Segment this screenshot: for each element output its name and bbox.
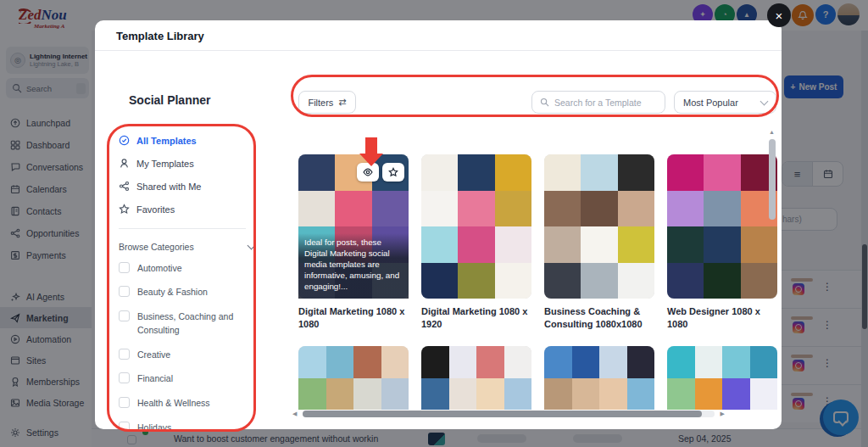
- category-label: Automotive: [137, 262, 237, 276]
- category-label: Holidays: [137, 422, 237, 429]
- category-automotive[interactable]: Automotive: [119, 256, 263, 281]
- divider: [119, 228, 246, 229]
- category-health-wellness[interactable]: Health & Wellness: [119, 392, 263, 416]
- sort-value: Most Popular: [683, 98, 738, 108]
- template-title: Digital Marketing 1080 x 1920: [421, 305, 531, 331]
- person-icon: [119, 158, 130, 169]
- sort-dropdown[interactable]: Most Popular: [674, 91, 776, 114]
- filter-label: My Templates: [136, 159, 194, 169]
- category-beauty-fashion[interactable]: Beauty & Fashion: [119, 281, 263, 305]
- template-preview-collage[interactable]: [667, 154, 777, 299]
- template-card-business-coaching[interactable]: Business Coaching & Consulting 1080x1080: [544, 154, 654, 331]
- template-card[interactable]: [667, 346, 777, 410]
- close-icon: ×: [776, 8, 783, 23]
- filter-label: Favorites: [136, 204, 175, 215]
- template-search-input[interactable]: [554, 98, 657, 108]
- template-library-modal: Template Library Social Planner All Temp…: [95, 20, 782, 429]
- template-search[interactable]: [531, 91, 665, 114]
- chevron-down-icon: [248, 242, 256, 250]
- modal-header: Template Library: [95, 20, 782, 51]
- template-title: Business Coaching & Consulting 1080x1080: [544, 305, 654, 331]
- template-hover-overlay: Ideal for posts, these Digital Marketing…: [298, 233, 409, 299]
- browse-categories-header[interactable]: Browse Categories: [119, 237, 254, 256]
- filters-label: Filters: [308, 98, 333, 108]
- filter-label: Shared with Me: [136, 182, 201, 192]
- template-card[interactable]: [544, 346, 654, 410]
- category-label: Creative: [137, 349, 237, 362]
- template-card-digital-marketing-1080x1920[interactable]: Digital Marketing 1080 x 1920: [421, 154, 531, 331]
- filter-my-templates[interactable]: My Templates: [119, 152, 263, 175]
- template-title: Web Designer 1080 x 1080: [667, 305, 777, 331]
- filter-all-templates[interactable]: All Templates: [119, 129, 263, 152]
- filter-favorites[interactable]: Favorites: [119, 198, 263, 221]
- browse-categories-label: Browse Categories: [119, 242, 194, 252]
- template-preview-collage[interactable]: [544, 346, 654, 410]
- category-holidays[interactable]: Holidays: [119, 416, 263, 429]
- template-filter-panel: All Templates My Templates Shared with M…: [119, 129, 263, 429]
- chevron-down-icon: [760, 97, 769, 105]
- preview-button[interactable]: [357, 163, 379, 182]
- template-preview-collage[interactable]: [544, 154, 654, 299]
- category-business-coaching[interactable]: Business, Coaching and Consulting: [119, 305, 263, 344]
- template-card-digital-marketing-1080x1080[interactable]: Ideal for posts, these Digital Marketing…: [298, 154, 409, 331]
- category-checkbox[interactable]: [119, 286, 130, 297]
- category-creative[interactable]: Creative: [119, 343, 263, 367]
- category-checkbox[interactable]: [119, 422, 130, 429]
- category-checkbox[interactable]: [119, 372, 130, 383]
- section-title: Social Planner: [129, 93, 210, 107]
- category-label: Financial: [137, 372, 237, 386]
- card-actions: [357, 163, 404, 182]
- scrollbar-track[interactable]: [303, 411, 715, 417]
- star-icon: [119, 204, 130, 215]
- category-checkbox[interactable]: [119, 310, 130, 321]
- category-label: Health & Wellness: [137, 397, 237, 411]
- template-preview-collage[interactable]: [298, 346, 409, 410]
- search-icon: [540, 98, 549, 107]
- filters-button[interactable]: Filters ⇄: [298, 91, 356, 114]
- category-checkbox[interactable]: [119, 262, 130, 273]
- favorite-button[interactable]: [382, 163, 404, 182]
- scrollbar-thumb[interactable]: [769, 139, 776, 220]
- modal-vertical-scrollbar[interactable]: ▲ ▼ ▶: [768, 129, 776, 429]
- template-preview-collage[interactable]: [421, 346, 531, 410]
- template-card[interactable]: [421, 346, 531, 410]
- share-icon: [119, 181, 130, 192]
- modal-horizontal-scrollbar[interactable]: ◀ ▶: [292, 410, 725, 418]
- scrollbar-thumb[interactable]: [303, 411, 702, 417]
- screen: ✦ ◔ ▲ ? ZedNou Marketing A ◎ Lightning: [0, 0, 868, 447]
- scroll-left-icon[interactable]: ◀: [292, 411, 297, 417]
- category-checkbox[interactable]: [119, 349, 130, 360]
- sliders-icon: ⇄: [338, 97, 346, 108]
- category-label: Business, Coaching and Consulting: [137, 310, 237, 338]
- category-financial[interactable]: Financial: [119, 367, 263, 392]
- eye-icon: [362, 167, 374, 177]
- template-title: Digital Marketing 1080 x 1080: [298, 305, 409, 331]
- template-preview-collage[interactable]: [421, 154, 531, 299]
- template-card[interactable]: [298, 346, 409, 410]
- filter-shared-with-me[interactable]: Shared with Me: [119, 175, 263, 198]
- check-circle-icon: [119, 135, 130, 146]
- template-card-web-designer[interactable]: Web Designer 1080 x 1080: [667, 154, 777, 331]
- template-description: Ideal for posts, these Digital Marketing…: [304, 237, 403, 293]
- filter-label: All Templates: [136, 136, 197, 146]
- scroll-up-icon[interactable]: ▲: [769, 129, 775, 135]
- modal-close-button[interactable]: ×: [767, 3, 791, 27]
- scroll-right-icon[interactable]: ▶: [721, 411, 725, 417]
- modal-title: Template Library: [116, 30, 204, 42]
- category-checkbox[interactable]: [119, 397, 130, 408]
- template-preview-collage[interactable]: [667, 346, 777, 410]
- star-icon: [388, 167, 398, 177]
- category-label: Beauty & Fashion: [137, 286, 237, 299]
